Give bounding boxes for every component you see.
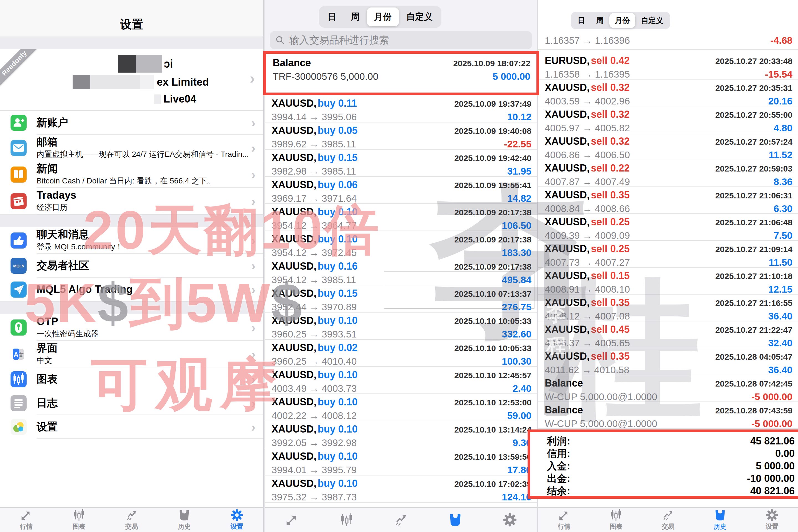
summary-row: 利润: 45 821.06 <box>547 435 795 447</box>
trade-row[interactable]: XAUUSD, sell 0.35 2025.10.28 04:05:47 40… <box>538 348 798 375</box>
tab-label: 图表 <box>73 522 86 531</box>
trade-row[interactable]: XAUUSD, buy 0.15 2025.10.10 07:13:37 395… <box>265 285 537 312</box>
trade-row[interactable]: XAUUSD, sell 0.45 2025.10.27 21:22:47 40… <box>538 321 798 348</box>
trade-row[interactable]: XAUUSD, buy 0.10 2025.10.10 13:14:24 399… <box>265 421 537 448</box>
trade-row[interactable]: XAUUSD, buy 0.10 2025.10.09 20:17:38 395… <box>265 204 537 231</box>
menu-subtitle: 中文 <box>37 355 248 366</box>
trade-row[interactable]: XAUUSD, buy 0.02 2025.10.10 10:05:33 396… <box>265 340 537 367</box>
search-bar[interactable]: 输入交易品种进行搜索 <box>270 31 532 49</box>
menu-item-settings[interactable]: 设置 › <box>0 415 263 439</box>
tab-charts[interactable]: 图表 <box>590 508 642 532</box>
menu-item-new-account[interactable]: 新账户 › <box>0 111 263 135</box>
tab-quotes[interactable]: 行情 <box>0 508 53 532</box>
segment-option[interactable]: 月份 <box>609 13 635 28</box>
tab-settings[interactable] <box>483 508 537 532</box>
menu-item-tradays[interactable]: Tradays 经济日历 › <box>0 188 263 214</box>
menu-item-traders-community[interactable]: MQL5 交易者社区 › <box>0 254 263 278</box>
tab-trade[interactable]: 交易 <box>105 508 158 532</box>
menu-item-chat[interactable]: 聊天和消息 登录 MQL5.community！ › <box>0 227 263 254</box>
trade-row[interactable]: XAUUSD, sell 0.25 2025.10.27 21:09:14 40… <box>538 241 798 268</box>
trade-symbol: XAUUSD, <box>271 478 317 489</box>
segment-option[interactable]: 日 <box>572 13 591 28</box>
trade-row[interactable]: XAUUSD, buy 0.10 2025.10.10 17:02:39 397… <box>265 475 537 502</box>
account-name-redacted: ɔi <box>118 55 173 73</box>
trade-prices: 3960.25 → 4010.40 <box>271 356 357 367</box>
trade-date: 2025.10.10 13:59:50 <box>454 452 531 462</box>
account-card[interactable]: Readonly ɔi ex Limited Live04 › <box>0 49 263 111</box>
trade-side: buy 0.10 <box>318 369 358 380</box>
trade-row[interactable]: XAUUSD, sell 0.35 2025.10.27 21:16:55 40… <box>538 294 798 321</box>
language-icon: 文A <box>11 346 26 362</box>
trade-row[interactable]: Balance 2025.10.28 07:42:45 W-CUP 5,000.… <box>538 375 798 402</box>
tab-settings[interactable]: 设置 <box>211 508 263 532</box>
segment-option[interactable]: 周 <box>344 7 367 26</box>
trade-symbol: XAUUSD, <box>271 451 317 462</box>
menu-item-mailbox[interactable]: 邮箱 内置虚拟主机——现在可以 24/7 运行EA交易和信号 - Tradin.… <box>0 135 263 161</box>
trade-row[interactable]: Balance 2025.10.28 07:43:59 W-CUP 5,000.… <box>538 402 798 429</box>
trade-symbol: XAUUSD, <box>271 396 317 407</box>
menu-item-interface[interactable]: 文A 界面 中文 › <box>0 341 263 367</box>
trade-row[interactable]: XAUUSD, sell 0.32 2025.10.27 20:55:00 40… <box>538 107 798 133</box>
menu-subtitle: 经济日历 <box>37 202 248 213</box>
trade-row[interactable]: XAUUSD, sell 0.22 2025.10.27 20:59:03 40… <box>538 160 798 187</box>
trade-row[interactable]: XAUUSD, buy 0.10 2025.10.10 13:59:50 399… <box>265 448 537 475</box>
tab-trade[interactable] <box>374 508 428 532</box>
trade-row[interactable]: XAUUSD, buy 0.05 2025.10.09 19:40:08 398… <box>265 122 537 150</box>
trade-date: 2025.10.10 10:05:33 <box>454 344 531 353</box>
trade-symbol: XAUUSD, <box>271 369 317 380</box>
tab-label: 设置 <box>230 522 243 531</box>
tab-charts[interactable]: 图表 <box>53 508 105 532</box>
trade-symbol: XAUUSD, <box>545 82 590 93</box>
chevron-right-icon: › <box>251 233 255 248</box>
menu-item-journal[interactable]: 日志 › <box>0 391 263 415</box>
trade-row[interactable]: XAUUSD, sell 0.32 2025.10.27 20:35:31 40… <box>538 79 798 107</box>
menu-item-charts[interactable]: 图表 › <box>0 367 263 391</box>
trade-profit: 10.12 <box>507 111 531 122</box>
otp-key-icon <box>11 320 26 336</box>
segment-option[interactable]: 月份 <box>367 7 399 26</box>
trade-symbol: XAUUSD, <box>271 125 317 136</box>
trade-row[interactable]: XAUUSD, buy 0.06 2025.10.09 19:55:41 396… <box>265 177 537 204</box>
trade-row[interactable]: XAUUSD, buy 0.16 2025.10.09 20:17:38 395… <box>265 258 537 285</box>
trade-row[interactable]: XAUUSD, sell 0.32 2025.10.27 20:57:24 40… <box>538 133 798 160</box>
trade-date: 2025.10.27 20:33:48 <box>715 57 793 66</box>
chevron-right-icon: › <box>251 396 255 411</box>
trade-row[interactable]: EURUSD, sell 0.42 2025.10.27 20:33:48 1.… <box>538 53 798 79</box>
trade-row[interactable]: XAUUSD, sell 0.25 2025.10.27 21:06:48 40… <box>538 214 798 241</box>
trade-row[interactable]: XAUUSD, buy 0.10 2025.10.10 12:53:00 400… <box>265 394 537 421</box>
segment-option[interactable]: 日 <box>320 7 344 26</box>
tab-history[interactable]: 历史 <box>694 508 746 532</box>
tab-charts[interactable] <box>319 508 374 532</box>
trade-profit: 124.10 <box>502 492 531 502</box>
header-strip <box>0 37 263 49</box>
menu-item-algo-trading[interactable]: MQL5 Algo Trading › <box>0 278 263 302</box>
menu-item-otp[interactable]: OTP 一次性密码生成器 › <box>0 314 263 341</box>
trade-profit: 4.80 <box>774 122 793 134</box>
menu-label: 日志 <box>37 397 58 409</box>
tab-trade[interactable]: 交易 <box>642 508 694 532</box>
trade-prices: W-CUP 5,000.00@1.0000 <box>545 418 657 429</box>
segment-option[interactable]: 自定义 <box>399 7 440 26</box>
bottom-tabbar-mid <box>265 507 537 532</box>
trade-row[interactable]: XAUUSD, buy 0.10 2025.10.10 12:45:57 400… <box>265 367 537 394</box>
trade-row[interactable]: XAUUSD, buy 0.10 2025.10.10 10:05:33 396… <box>265 312 537 340</box>
bottom-tabbar-left: 行情 图表 交易 历史 设置 <box>0 507 263 532</box>
tab-label: 交易 <box>125 522 138 531</box>
segment-option[interactable]: 周 <box>591 13 609 28</box>
tab-quotes[interactable]: 行情 <box>538 508 590 532</box>
partial-trade-row[interactable]: 1.16357 → 1.16396 -4.68 <box>538 35 798 46</box>
segment-option[interactable]: 自定义 <box>635 13 669 28</box>
trade-row[interactable]: XAUUSD, sell 0.15 2025.10.27 21:10:18 40… <box>538 268 798 294</box>
trade-row[interactable]: XAUUSD, sell 0.35 2025.10.27 21:06:31 40… <box>538 187 798 214</box>
tab-history[interactable]: 历史 <box>158 508 211 532</box>
tab-history[interactable] <box>428 508 482 532</box>
summary-label: 结余: <box>547 484 570 498</box>
trade-row[interactable]: XAUUSD, buy 0.11 2025.10.09 19:37:49 399… <box>265 95 537 122</box>
menu-item-news[interactable]: 新闻 Bitcoin Cash / Dollar 当日内: 看跌，在 566.4… <box>0 161 263 188</box>
trade-side: buy 0.10 <box>318 423 358 435</box>
trade-row[interactable]: XAUUSD, buy 0.10 2025.10.09 20:17:38 395… <box>265 231 537 258</box>
tab-quotes[interactable] <box>265 508 319 532</box>
trade-row[interactable]: XAUUSD, buy 0.15 2025.10.09 19:42:40 398… <box>265 150 537 177</box>
tab-settings[interactable]: 设置 <box>746 508 798 532</box>
trade-icon <box>125 509 138 521</box>
